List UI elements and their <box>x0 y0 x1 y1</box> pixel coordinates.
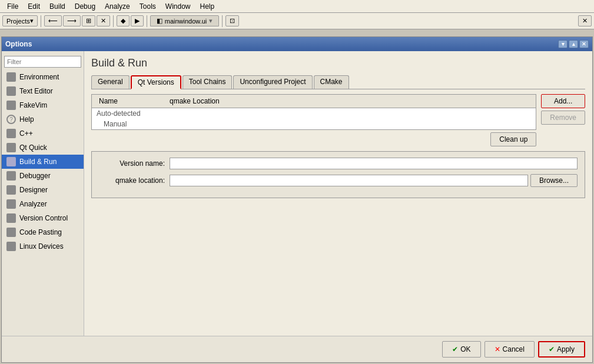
sidebar-item-qt-quick[interactable]: Qt Quick <box>2 141 84 155</box>
qt-quick-icon <box>6 143 16 152</box>
tab-qt-versions[interactable]: Qt Versions <box>131 75 181 89</box>
dialog-title: Options <box>5 40 32 48</box>
cancel-button[interactable]: ✕ Cancel <box>485 341 535 358</box>
dialog-nav-down[interactable]: ▾ <box>558 40 568 48</box>
tab-unconfigured-project[interactable]: Unconfigured Project <box>233 75 312 89</box>
qt-versions-content: Name qmake Location Auto-detected Manual… <box>91 94 585 146</box>
projects-dropdown[interactable]: Projects ▾ <box>2 15 38 26</box>
qmake-location-input[interactable] <box>170 175 528 186</box>
sidebar-item-environment[interactable]: Environment <box>2 70 84 84</box>
options-sidebar: Environment Text Editor FakeVim ? Help C… <box>2 51 84 336</box>
debugger-icon <box>6 171 16 181</box>
add-button[interactable]: Add... <box>541 94 585 108</box>
filter-input[interactable] <box>4 56 81 68</box>
new-window-button[interactable]: ⊡ <box>225 15 239 26</box>
tab-general[interactable]: General <box>91 75 130 89</box>
cleanup-button[interactable]: Clean up <box>490 132 536 146</box>
action-buttons-panel: Add... Remove <box>541 94 585 146</box>
apply-button[interactable]: ✔ Apply <box>538 341 585 358</box>
bookmark-button[interactable]: ◆ <box>117 15 130 26</box>
toolbar-separator-3 <box>147 15 147 27</box>
environment-icon <box>6 72 16 82</box>
toolbar-separator-1 <box>41 15 41 27</box>
dialog-body: Environment Text Editor FakeVim ? Help C… <box>2 51 592 336</box>
open-tab[interactable]: ◧ mainwindow.ui ▾ <box>150 15 220 26</box>
help-icon: ? <box>6 115 16 124</box>
tab-close-icon[interactable]: ▾ <box>209 17 213 25</box>
page-title: Build & Run <box>91 57 585 69</box>
nav-forward-button[interactable]: ▶ <box>131 15 144 26</box>
new-tab-button[interactable]: ⊞ <box>82 15 95 26</box>
sidebar-item-version-control[interactable]: Version Control <box>2 211 84 225</box>
tab-tool-chains[interactable]: Tool Chains <box>182 75 233 89</box>
table-container: Name qmake Location Auto-detected Manual… <box>91 94 536 146</box>
browse-button[interactable]: Browse... <box>530 174 578 187</box>
table-header: Name qmake Location <box>92 95 536 108</box>
sidebar-item-build-run[interactable]: Build & Run <box>2 155 84 169</box>
back-button[interactable]: ⟵ <box>44 15 62 26</box>
sidebar-item-cpp[interactable]: C++ <box>2 126 84 141</box>
sidebar-item-designer[interactable]: Designer <box>2 183 84 197</box>
text-editor-icon <box>6 86 16 96</box>
sidebar-item-fakevim[interactable]: FakeVim <box>2 98 84 112</box>
auto-detected-group: Auto-detected <box>92 108 536 119</box>
menu-help[interactable]: Help <box>195 1 220 12</box>
filter-box <box>2 54 84 70</box>
sidebar-item-debugger[interactable]: Debugger <box>2 169 84 183</box>
menu-file[interactable]: File <box>2 1 23 12</box>
tab-cmake[interactable]: CMake <box>314 75 349 89</box>
analyzer-icon <box>6 199 16 209</box>
cleanup-container: Clean up <box>91 132 536 146</box>
versions-table: Name qmake Location Auto-detected Manual <box>91 94 536 130</box>
tab-bar: General Qt Versions Tool Chains Unconfig… <box>91 75 585 89</box>
dialog-nav-up[interactable]: ▴ <box>569 40 578 48</box>
menu-window[interactable]: Window <box>161 1 195 12</box>
content-area: Build & Run General Qt Versions Tool Cha… <box>84 51 592 336</box>
sidebar-item-analyzer[interactable]: Analyzer <box>2 197 84 211</box>
toolbar-separator-2 <box>113 15 114 27</box>
sidebar-label-debugger: Debugger <box>19 172 51 180</box>
sidebar-label-version-control: Version Control <box>19 214 68 222</box>
sidebar-label-text-editor: Text Editor <box>19 87 53 95</box>
menu-tools[interactable]: Tools <box>135 1 161 12</box>
menu-build[interactable]: Build <box>45 1 70 12</box>
sidebar-item-text-editor[interactable]: Text Editor <box>2 84 84 98</box>
app-background: Options ▾ ▴ ✕ Environment Text Ed <box>0 29 594 364</box>
sidebar-item-help[interactable]: ? Help <box>2 112 84 126</box>
sidebar-label-environment: Environment <box>19 73 59 81</box>
fakevim-icon <box>6 101 16 110</box>
close-tab-button[interactable]: ✕ <box>97 15 110 26</box>
menu-debug[interactable]: Debug <box>70 1 100 12</box>
apply-label: Apply <box>557 345 575 353</box>
sidebar-label-cpp: C++ <box>19 129 33 138</box>
close-window-button[interactable]: ✕ <box>578 15 592 26</box>
remove-button[interactable]: Remove <box>541 111 585 125</box>
menu-bar: File Edit Build Debug Analyze Tools Wind… <box>0 0 594 13</box>
dialog-close-btn[interactable]: ✕ <box>579 40 589 48</box>
main-toolbar: Projects ▾ ⟵ ⟶ ⊞ ✕ ◆ ▶ ◧ mainwindow.ui ▾… <box>0 13 594 29</box>
menu-analyze[interactable]: Analyze <box>100 1 135 12</box>
sidebar-label-code-pasting: Code Pasting <box>19 228 62 236</box>
menu-edit[interactable]: Edit <box>23 1 45 12</box>
sidebar-label-analyzer: Analyzer <box>19 200 47 208</box>
dialog-title-controls: ▾ ▴ ✕ <box>558 40 589 48</box>
qmake-location-row: qmake location: Browse... <box>99 174 578 187</box>
sidebar-label-fakevim: FakeVim <box>19 101 47 109</box>
sidebar-label-designer: Designer <box>19 186 48 194</box>
sidebar-item-linux-devices[interactable]: Linux Devices <box>2 239 84 253</box>
forward-button[interactable]: ⟶ <box>63 15 81 26</box>
options-dialog: Options ▾ ▴ ✕ Environment Text Ed <box>1 36 593 363</box>
sidebar-label-linux-devices: Linux Devices <box>19 242 64 251</box>
dialog-footer: ✔ OK ✕ Cancel ✔ Apply <box>2 336 592 362</box>
sidebar-label-build-run: Build & Run <box>19 158 57 166</box>
version-name-row: Version name: <box>99 158 578 169</box>
tab-icon: ◧ <box>157 17 162 25</box>
manual-group: Manual <box>92 119 536 129</box>
version-name-input[interactable] <box>170 158 578 169</box>
sidebar-item-code-pasting[interactable]: Code Pasting <box>2 225 84 239</box>
dialog-titlebar: Options ▾ ▴ ✕ <box>2 37 592 51</box>
cancel-label: Cancel <box>503 345 525 353</box>
ok-button[interactable]: ✔ OK <box>442 341 480 358</box>
ok-label: OK <box>460 345 470 353</box>
linux-devices-icon <box>6 242 16 251</box>
